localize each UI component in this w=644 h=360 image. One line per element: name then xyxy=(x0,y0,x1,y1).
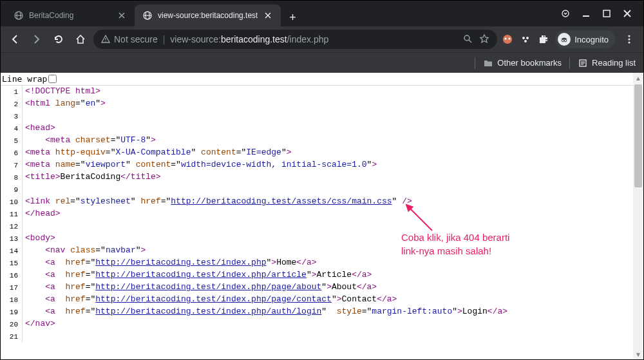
folder-icon xyxy=(483,58,493,68)
line-number: 1 xyxy=(1,86,23,98)
close-icon[interactable] xyxy=(263,10,273,21)
line-code[interactable]: <head> xyxy=(23,122,55,135)
other-bookmarks[interactable]: Other bookmarks xyxy=(483,58,562,68)
source-line[interactable]: 21 xyxy=(1,330,643,343)
line-code[interactable]: </nav> xyxy=(23,318,55,330)
source-line[interactable]: 20</nav> xyxy=(1,318,643,330)
line-number: 14 xyxy=(1,245,23,257)
reload-button[interactable] xyxy=(50,30,68,48)
back-button[interactable] xyxy=(6,30,24,48)
line-code[interactable] xyxy=(23,330,25,343)
line-number: 4 xyxy=(1,122,23,135)
address-bar[interactable]: Not secure | view-source:beritacoding.te… xyxy=(93,30,497,49)
source-line[interactable]: 16 <a href="http://beritacoding.test/ind… xyxy=(1,269,643,281)
source-line[interactable]: 15 <a href="http://beritacoding.test/ind… xyxy=(1,257,643,269)
extension-icon[interactable] xyxy=(501,33,514,46)
source-line[interactable]: 4<head> xyxy=(1,122,643,135)
line-code[interactable] xyxy=(23,110,25,122)
close-button[interactable] xyxy=(623,9,632,18)
warning-icon xyxy=(101,35,110,44)
line-code[interactable]: <a href="http://beritacoding.test/index.… xyxy=(23,306,507,318)
tab-title: view-source:beritacoding.test xyxy=(158,11,258,20)
incognito-badge[interactable]: Incognito xyxy=(555,30,615,48)
line-wrap-checkbox[interactable] xyxy=(48,75,57,83)
new-tab-button[interactable]: + xyxy=(283,8,301,26)
svg-point-16 xyxy=(522,37,525,39)
extensions-button[interactable] xyxy=(537,33,550,46)
home-button[interactable] xyxy=(71,30,90,48)
svg-point-10 xyxy=(105,41,106,41)
chevron-down-icon[interactable] xyxy=(561,9,570,18)
svg-point-15 xyxy=(509,38,511,40)
svg-point-22 xyxy=(629,35,630,37)
svg-point-20 xyxy=(564,39,567,42)
extension-icon[interactable] xyxy=(519,33,532,46)
search-icon[interactable] xyxy=(462,33,473,46)
line-code[interactable]: <a href="http://beritacoding.test/index.… xyxy=(23,294,397,306)
svg-point-19 xyxy=(562,39,564,42)
source-line[interactable]: 11</head> xyxy=(1,208,643,220)
source-line[interactable]: 8<title>BeritaCoding</title> xyxy=(1,171,643,184)
menu-button[interactable] xyxy=(620,30,638,48)
line-number: 18 xyxy=(1,294,23,306)
source-line[interactable]: 13<body> xyxy=(1,232,643,245)
line-code[interactable]: <nav class="navbar"> xyxy=(23,245,146,257)
reading-list[interactable]: Reading list xyxy=(578,58,636,68)
line-code[interactable] xyxy=(23,184,25,196)
svg-line-12 xyxy=(469,40,471,43)
source-line[interactable]: 3 xyxy=(1,110,643,122)
svg-point-14 xyxy=(505,38,507,40)
scroll-up-icon[interactable]: ▲ xyxy=(633,73,643,83)
forward-button[interactable] xyxy=(28,30,46,48)
svg-point-24 xyxy=(629,42,630,44)
line-code[interactable]: <title>BeritaCoding</title> xyxy=(23,171,161,184)
line-code[interactable]: <meta charset="UTF-8"> xyxy=(23,135,156,147)
line-code[interactable]: <meta http-equiv="X-UA-Compatible" conte… xyxy=(23,147,292,159)
tab-inactive[interactable]: BeritaCoding xyxy=(6,5,135,26)
line-wrap-control: Line wrap xyxy=(1,73,643,85)
line-number: 15 xyxy=(1,257,23,269)
line-code[interactable]: <a href="http://beritacoding.test/index.… xyxy=(23,257,317,269)
separator xyxy=(569,57,570,69)
source-line[interactable]: 1<!DOCTYPE html> xyxy=(1,86,643,98)
line-code[interactable] xyxy=(23,220,25,232)
line-code[interactable]: <!DOCTYPE html> xyxy=(23,86,100,98)
line-number: 9 xyxy=(1,184,23,196)
source-line[interactable]: 17 <a href="http://beritacoding.test/ind… xyxy=(1,281,643,294)
source-line[interactable]: 14 <nav class="navbar"> xyxy=(1,245,643,257)
minimize-button[interactable] xyxy=(582,9,591,18)
svg-point-6 xyxy=(562,10,569,17)
line-code[interactable]: <meta name="viewport" content="width=dev… xyxy=(23,159,377,171)
scrollbar-thumb[interactable] xyxy=(634,84,642,187)
close-icon[interactable] xyxy=(117,10,127,21)
line-code[interactable]: <a href="http://beritacoding.test/index.… xyxy=(23,281,377,294)
line-number: 2 xyxy=(1,98,23,110)
scroll-down-icon[interactable]: ▼ xyxy=(633,349,643,359)
source-line[interactable]: 7<meta name="viewport" content="width=de… xyxy=(1,159,643,171)
source-line[interactable]: 2<html lang="en"> xyxy=(1,98,643,110)
not-secure-label: Not secure xyxy=(114,34,158,44)
source-line[interactable]: 18 <a href="http://beritacoding.test/ind… xyxy=(1,294,643,306)
source-line[interactable]: 12 xyxy=(1,220,643,232)
vertical-scrollbar[interactable]: ▲ ▼ xyxy=(633,73,643,359)
line-code[interactable]: <html lang="en"> xyxy=(23,98,106,110)
line-number: 10 xyxy=(1,196,23,208)
bookmark-star-icon[interactable] xyxy=(479,33,489,46)
line-code[interactable]: <link rel="stylesheet" href="http://beri… xyxy=(23,196,412,208)
line-code[interactable]: <body> xyxy=(23,232,55,245)
tab-active[interactable]: view-source:beritacoding.test xyxy=(135,5,281,26)
source-code-view[interactable]: 1<!DOCTYPE html>2<html lang="en">34<head… xyxy=(1,85,643,343)
line-code[interactable]: <a href="http://beritacoding.test/index.… xyxy=(23,269,372,281)
source-line[interactable]: 10<link rel="stylesheet" href="http://be… xyxy=(1,196,643,208)
source-line[interactable]: 5 <meta charset="UTF-8"> xyxy=(1,135,643,147)
incognito-label: Incognito xyxy=(574,35,609,44)
security-indicator[interactable]: Not secure xyxy=(101,34,158,44)
url-text: view-source:beritacoding.test/index.php xyxy=(170,34,457,44)
source-line[interactable]: 19 <a href="http://beritacoding.test/ind… xyxy=(1,306,643,318)
source-line[interactable]: 6<meta http-equiv="X-UA-Compatible" cont… xyxy=(1,147,643,159)
source-line[interactable]: 9 xyxy=(1,184,643,196)
page-content: Line wrap 1<!DOCTYPE html>2<html lang="e… xyxy=(1,73,643,359)
maximize-button[interactable] xyxy=(602,9,611,18)
line-number: 3 xyxy=(1,110,23,122)
line-code[interactable]: </head> xyxy=(23,208,61,220)
